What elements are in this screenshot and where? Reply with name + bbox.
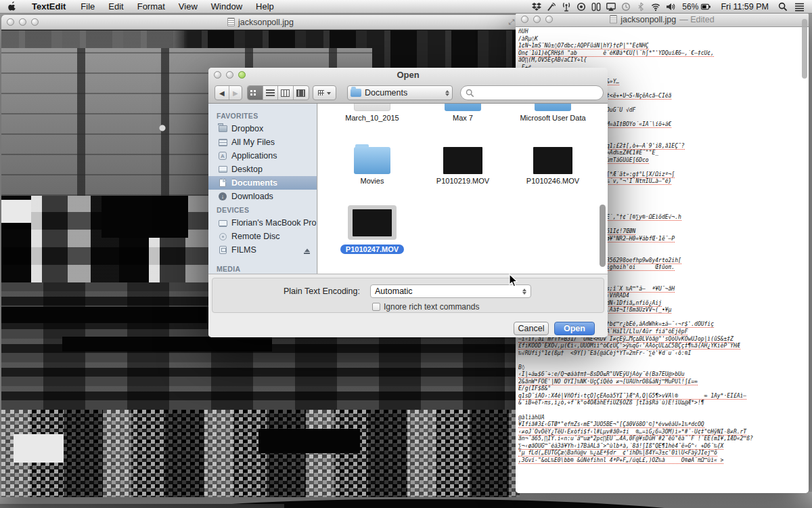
fullscreen-icon[interactable]: ⤢ [508,18,514,26]
dialog-sidebar: FAVORITESDropboxAll My FilesAApplication… [208,104,317,274]
sidebar-item-films[interactable]: FILMS [208,243,317,257]
text-line: On¢´1ú1)èÇRH$ñ "ab ë¯éKØå*€U[\¯h∫*"'YDQu… [518,50,807,58]
sidebar-item-desktop[interactable]: Desktop [208,163,317,176]
file-item-microsoft-user-data[interactable]: Microsoft User Data [516,104,590,123]
file-item-p1010219-mov[interactable]: P1010219.MOV [426,147,500,186]
sidebar-item-remote-disc[interactable]: Remote Disc [208,230,317,243]
cancel-button[interactable]: Cancel [514,322,549,335]
file-label: Microsoft User Data [520,114,585,122]
menu-clock[interactable]: Fri 11:59 PM [715,2,774,12]
spotlight-icon[interactable] [775,1,790,12]
image-window-titlebar[interactable]: jacksonpoll.jpg ⤢ [1,15,520,30]
text-line: /àRµ◊K [518,36,807,43]
text-line: ∑¬‹øãÒÙG™¨éå3ã¥Yh‹ì7BåÀLã¨>^ùlbªà,´8ã!∫Ì… [518,443,807,450]
icon-view-button[interactable] [248,86,263,100]
menu-view[interactable]: View [172,0,204,14]
edited-badge: — Edited [679,15,714,24]
sidebar-section-header: DEVICES [208,203,317,216]
open-button[interactable]: Open [554,322,595,335]
text-line: &¯ìB÷ëT›πs‚ì¿ò‚÷f¯k°o4ÒÆàhËfiÛZ§ÔZß ∫tÌà… [518,400,807,407]
sidebar-item-label: Dropbox [231,124,263,133]
textedit-titlebar[interactable]: jacksonpoll.jpg — Edited [516,12,809,27]
text-line: ‰√RÙfij°1¢(ßµ† <9Y[)¨Ëã{@åCèj*ŸT=2πFr-¯∑… [518,350,807,358]
textedit-title: jacksonpoll.jpg — Edited [516,15,809,24]
file-label: Max 7 [453,114,473,122]
notification-center-icon[interactable] [792,1,807,12]
encoding-panel: Plain Text Encoding: Automatic Ignore ri… [212,278,604,313]
text-line: ãn¬¨ã65‚∏ÎŸ.i«n:u¯å™uæ*2pc∏ËÛ¯…4Ã,0F@¥sD… [518,436,807,443]
ignore-rich-text-row: Ignore rich text commands [372,302,479,312]
sidebar-item-documents[interactable]: Documents [208,176,317,190]
encoding-label: Plain Text Encoding: [284,287,360,296]
batteries-icon[interactable] [589,1,604,12]
eject-icon[interactable] [304,246,310,255]
dropbox-icon[interactable] [529,1,544,12]
file-item-max-7[interactable]: Max 7 [426,104,500,123]
bluetooth-icon[interactable] [633,1,648,12]
menu-format[interactable]: Format [131,0,172,14]
file-browser-scrollbar[interactable] [600,205,606,267]
arrange-button[interactable] [313,85,336,100]
menu-edit[interactable]: Edit [102,0,130,14]
coverflow-view-button[interactable] [294,86,309,100]
file-item-march-10-2015[interactable]: March_10_2015 [335,104,409,123]
sidebar-item-label: Florian's MacBook Pro [231,218,316,228]
file-label: March_10_2015 [345,114,399,122]
file-label: Movies [361,177,384,185]
list-view-button[interactable] [263,86,279,100]
sidebar-item-applications[interactable]: AApplications [208,149,317,163]
sidebar-item-all-my-files[interactable]: All My Files [208,135,317,149]
open-dialog[interactable]: Open ◀ ▶ Documents FAVORITESDropboxAll M… [208,68,608,337]
sidebar-item-downloads[interactable]: ↓Downloads [208,190,317,203]
sidebar-section-header: MEDIA [208,262,317,274]
airplay-icon[interactable] [604,1,618,12]
file-label: P1010246.MOV [526,177,579,185]
column-view-button[interactable] [278,86,294,100]
forward-button[interactable]: ▶ [229,86,242,100]
sidebar-item-florian-s-macbook-pro[interactable]: Florian's MacBook Pro [208,216,317,230]
apple-menu[interactable] [8,1,17,12]
document-icon [227,18,235,26]
back-button[interactable]: ◀ [215,86,229,100]
timemachine-icon[interactable] [618,1,633,12]
record-icon[interactable] [574,1,589,12]
text-line: 1¢N~1mS¯Nû±◊O7dbc;ÄQPFûáÑ|hŸ}†¢P|""Ë¢NHÇ [518,43,807,50]
ignore-rich-text-checkbox[interactable] [372,303,380,311]
file-browser[interactable]: March_10_2015Max 7Microsoft User DataMov… [318,104,608,274]
textedit-scrollbar[interactable] [802,19,807,79]
sidebar-item-dropbox[interactable]: Dropbox [208,122,317,135]
sidebar-item-label: Documents [231,178,277,188]
folder-icon [535,104,571,111]
search-icon [466,89,474,98]
mouse-cursor [509,274,519,291]
menu-help[interactable]: Help [249,0,281,14]
popup-stepper-icon [522,287,526,297]
encoding-popup[interactable]: Automatic [370,284,531,298]
menu-textedit[interactable]: TextEdit [24,0,74,14]
text-line: °µ fLd(„ÈÙTGÇæ◊Bañù@v ‰¿∆Êª§dr ¢'íhÐ‰|ß4… [518,450,807,457]
text-line: B◊ [518,364,807,372]
antenna-icon[interactable] [559,1,574,12]
file-item-movies[interactable]: Movies [335,147,409,186]
search-input[interactable] [460,85,604,100]
wifi-icon[interactable] [648,1,663,12]
volume-icon[interactable] [663,1,678,12]
text-line: ‹≠oJ¯ÒvÖëŸ¿TëÛ‹Ëxòfi$f‹l#Lµv#ã0»‡i ®…=ìG… [518,429,807,436]
image-window-title: jacksonpoll.jpg [1,18,520,27]
remote-icon[interactable] [544,1,559,12]
location-popup[interactable]: Documents [347,85,453,100]
file-item-p1010247-mov[interactable]: P1010247.MOV [335,205,409,255]
text-line: @àlìàhÛÅ [518,415,807,422]
file-label: P1010247.MOV [340,245,404,254]
battery-indicator[interactable]: 56% [679,2,714,12]
text-line: 2&ãnW*FÓÉ'|NÒ ÔŸÏ]‰ÑK·ÛçÇíQêò ≠¬[ÛÅÛhrÓ8… [518,379,807,386]
popup-stepper-icon [445,88,449,98]
text-line: q1sD¯íÃÕ›:X4é|VñÖfi‹tçÒ]çËÀoà5YÎ¨}Æ^A,Q|… [518,393,807,400]
text-line: £fiKÒÕD¯ÉXÒ√‚µ(€ì‹‚ÛÙÕMìì^ò€¢ÛÇ'>ÿ‰qG‹'Ä… [518,343,807,350]
folder-icon [354,147,390,174]
video-thumbnail [533,147,572,174]
menu-window[interactable]: Window [204,0,249,14]
file-item-p1010246-mov[interactable]: P1010246.MOV [516,147,590,186]
sidebar-item-label: Remote Disc [231,232,280,241]
menu-file[interactable]: File [74,0,102,14]
